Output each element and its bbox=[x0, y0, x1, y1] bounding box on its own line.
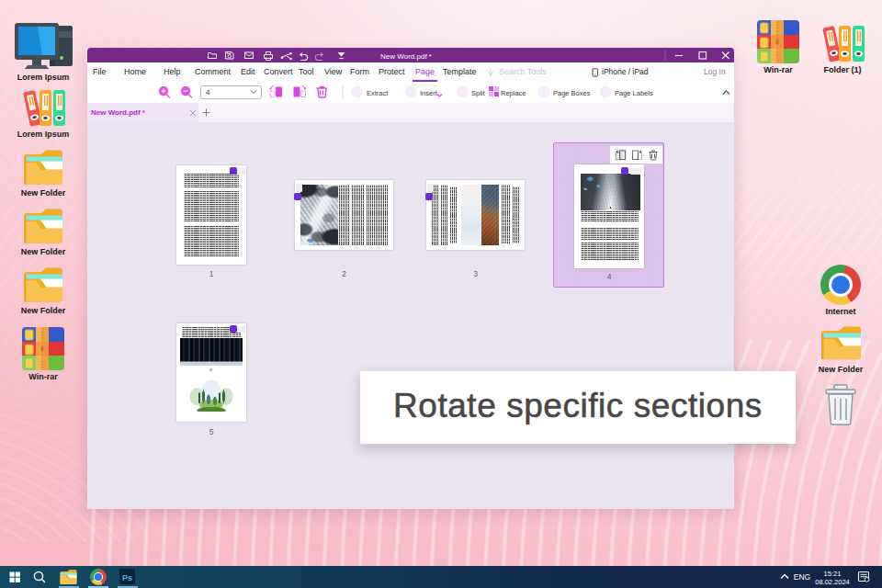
svg-text:Extract: Extract bbox=[367, 89, 389, 97]
svg-text:Ps: Ps bbox=[122, 573, 132, 582]
svg-text:Page Labels: Page Labels bbox=[615, 89, 653, 97]
svg-text:Split: Split bbox=[471, 89, 486, 97]
svg-text:Replace: Replace bbox=[501, 89, 526, 97]
svg-text:08.02.2024: 08.02.2024 bbox=[815, 578, 850, 586]
svg-text:New Word.pdf *: New Word.pdf * bbox=[380, 52, 432, 61]
svg-text:Insert: Insert bbox=[420, 89, 438, 97]
svg-text:ENG: ENG bbox=[794, 572, 810, 582]
svg-text:Page Boxes: Page Boxes bbox=[553, 89, 591, 97]
svg-text:4: 4 bbox=[206, 88, 210, 96]
svg-text:15:21: 15:21 bbox=[824, 570, 842, 578]
